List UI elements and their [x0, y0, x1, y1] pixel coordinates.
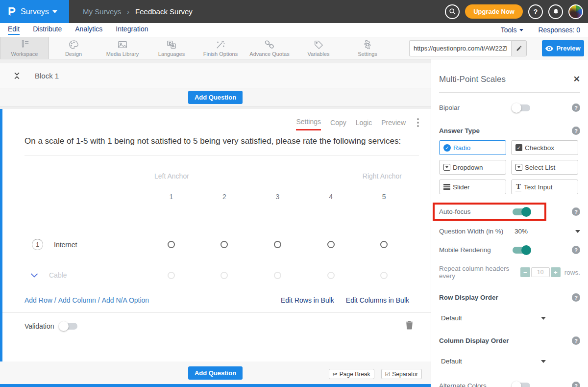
- preview-button[interactable]: Preview: [542, 40, 584, 56]
- tab-distribute[interactable]: Distribute: [33, 25, 62, 35]
- toolbar-item-label: Advance Quotas: [249, 51, 289, 57]
- toolbar-item-media-library[interactable]: Media Library: [98, 37, 147, 59]
- add-question-button-bottom[interactable]: Add Question: [188, 366, 243, 380]
- answer-type-checkbox[interactable]: ✓ Checkbox: [511, 140, 578, 155]
- column-header-2[interactable]: 2: [222, 193, 226, 201]
- answer-type-slider[interactable]: Slider: [439, 180, 506, 194]
- radio-internet-2[interactable]: [220, 241, 228, 248]
- palette-icon: [68, 40, 79, 50]
- column-header-5[interactable]: 5: [382, 193, 386, 201]
- tab-analytics[interactable]: Analytics: [75, 25, 102, 35]
- answer-type-radio[interactable]: ✓ Radio: [439, 140, 506, 155]
- question-tab-logic[interactable]: Logic: [356, 119, 372, 130]
- question-tab-settings[interactable]: Settings: [296, 118, 321, 130]
- column-header-4[interactable]: 4: [329, 193, 333, 201]
- row-label-internet[interactable]: Internet: [54, 241, 77, 249]
- toolbar-item-variables[interactable]: Variables: [294, 37, 343, 59]
- questionpro-logo-icon: P: [8, 6, 16, 18]
- question-settings-panel: Multi-Point Scales ✕ Bipolar ? Answer Ty…: [431, 59, 588, 387]
- radio-internet-1[interactable]: [168, 241, 175, 248]
- column-display-order-select[interactable]: Default: [439, 358, 546, 365]
- block-header: Block 1: [0, 63, 431, 88]
- breadcrumb-my-surveys[interactable]: My Surveys: [83, 7, 121, 16]
- row-label-cable[interactable]: Cable: [49, 271, 67, 279]
- separator-button[interactable]: ☑ Separator: [381, 369, 422, 379]
- matrix-row-cable: Cable: [24, 271, 419, 280]
- anchor-labels: Left Anchor Right Anchor: [145, 172, 411, 180]
- text-input-icon: T: [515, 183, 521, 191]
- add-column-link[interactable]: Add Column: [58, 296, 96, 304]
- surveys-menu[interactable]: Surveys: [21, 7, 57, 16]
- upgrade-now-button[interactable]: Upgrade Now: [465, 4, 523, 19]
- increment-button[interactable]: +: [551, 267, 561, 277]
- add-question-button-top[interactable]: Add Question: [188, 91, 243, 104]
- edit-url-button[interactable]: [511, 40, 527, 56]
- edit-rows-in-bulk-link[interactable]: Edit Rows in Bulk: [281, 296, 334, 304]
- radio-internet-5[interactable]: [380, 241, 388, 248]
- decrement-button[interactable]: −: [520, 267, 530, 277]
- chevron-down-icon[interactable]: [30, 271, 38, 280]
- autofocus-toggle[interactable]: [513, 208, 530, 215]
- tab-edit[interactable]: Edit: [8, 25, 20, 35]
- question-tab-preview[interactable]: Preview: [381, 119, 406, 130]
- right-anchor-label[interactable]: Right Anchor: [363, 172, 402, 180]
- row-display-order-select[interactable]: Default: [439, 314, 546, 322]
- question-width-value[interactable]: 30%: [514, 228, 528, 235]
- edit-columns-in-bulk-link[interactable]: Edit Columns in Bulk: [346, 296, 409, 304]
- toolbar-item-workspace[interactable]: Workspace: [0, 37, 49, 59]
- block-title[interactable]: Block 1: [35, 72, 59, 80]
- chevron-down-icon[interactable]: [575, 230, 580, 233]
- help-icon[interactable]: ?: [572, 127, 580, 135]
- help-icon[interactable]: ?: [572, 382, 580, 387]
- add-row-link[interactable]: Add Row: [24, 296, 52, 304]
- toolbar-item-advance-quotas[interactable]: Advance Quotas: [245, 37, 294, 59]
- close-panel-button[interactable]: ✕: [573, 74, 580, 84]
- question-tab-copy[interactable]: Copy: [330, 119, 346, 130]
- slider-icon: [443, 184, 450, 190]
- help-icon[interactable]: ?: [572, 246, 580, 254]
- help-button[interactable]: ?: [528, 4, 543, 19]
- help-icon[interactable]: ?: [572, 103, 580, 112]
- delete-question-button[interactable]: [406, 321, 413, 332]
- radio-internet-3[interactable]: [274, 241, 281, 248]
- tools-menu[interactable]: Tools: [501, 26, 524, 34]
- pencil-icon: [516, 45, 522, 52]
- tab-integration[interactable]: Integration: [116, 25, 148, 35]
- notifications-button[interactable]: [548, 4, 563, 19]
- add-na-option-link[interactable]: Add N/A Option: [102, 296, 149, 304]
- help-icon[interactable]: ?: [572, 207, 580, 216]
- more-options-icon[interactable]: [417, 118, 419, 130]
- matrix-actions: Add Row/Add Column/Add N/A Option Edit R…: [24, 296, 419, 304]
- question-text[interactable]: On a scale of 1-5 with 1 being not satis…: [24, 134, 404, 148]
- answer-type-label: Text Input: [524, 183, 553, 191]
- answer-type-select-list[interactable]: Select List: [511, 160, 578, 175]
- radio-internet-4[interactable]: [327, 241, 335, 248]
- help-icon[interactable]: ?: [572, 336, 580, 345]
- column-header-3[interactable]: 3: [276, 193, 280, 201]
- validation-toggle[interactable]: [60, 323, 77, 330]
- repeat-headers-input[interactable]: [531, 267, 550, 277]
- user-avatar[interactable]: [568, 4, 583, 19]
- survey-url-input[interactable]: [409, 40, 511, 56]
- logo-area[interactable]: P Surveys: [0, 0, 69, 23]
- toolbar-item-label: Languages: [158, 51, 185, 57]
- mobile-rendering-toggle[interactable]: [513, 247, 530, 254]
- toolbar-item-design[interactable]: Design: [49, 37, 98, 59]
- separator: /: [96, 296, 102, 304]
- column-header-1[interactable]: 1: [169, 193, 173, 201]
- toolbar-item-settings[interactable]: Settings: [343, 37, 392, 59]
- search-button[interactable]: [445, 4, 460, 19]
- help-icon[interactable]: ?: [572, 293, 580, 302]
- toolbar-item-finish-options[interactable]: Finish Options: [196, 37, 245, 59]
- repeat-headers-stepper: − +: [520, 267, 561, 277]
- collapse-block-icon[interactable]: [14, 72, 20, 79]
- toolbar-item-languages[interactable]: Languages: [147, 37, 196, 59]
- answer-type-dropdown[interactable]: Dropdown: [439, 160, 506, 175]
- next-block-edge: [0, 384, 431, 387]
- answer-type-text-input[interactable]: T Text Input: [511, 180, 578, 194]
- bipolar-toggle[interactable]: [513, 104, 530, 111]
- page-break-button[interactable]: ✂ Page Break: [329, 369, 374, 379]
- alternate-colors-toggle[interactable]: [513, 383, 530, 387]
- radio-cable-4: [327, 272, 335, 279]
- left-anchor-label[interactable]: Left Anchor: [154, 172, 189, 180]
